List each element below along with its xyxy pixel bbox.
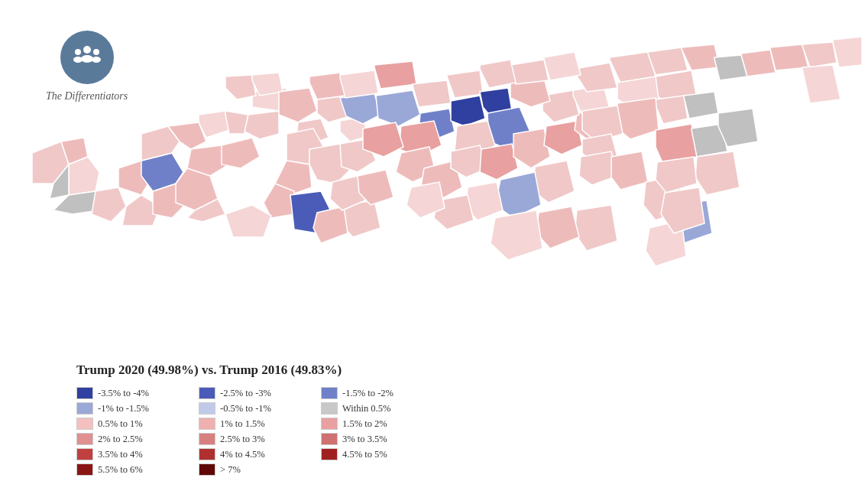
legend-swatch-2 (199, 387, 215, 399)
robeson-county (491, 210, 542, 260)
legend-item-10: 2% to 2.5% (76, 433, 199, 445)
warren-county (544, 52, 581, 80)
caswell-county (413, 80, 451, 107)
legend-item-7: 0.5% to 1% (76, 418, 199, 430)
legend-label-12: 3% to 3.5% (342, 434, 387, 445)
jones-county (656, 157, 697, 193)
legend-item-3: -1.5% to -2% (321, 387, 443, 399)
legend: Trump 2020 (49.98%) vs. Trump 2016 (49.8… (76, 363, 458, 476)
granville-county (480, 60, 516, 88)
legend-title: Trump 2020 (49.98%) vs. Trump 2016 (49.8… (76, 363, 458, 378)
bladen-county (536, 206, 579, 249)
johnston-county (513, 128, 550, 168)
legend-item-2: -2.5% to -3% (199, 387, 321, 399)
legend-label-16: 5.5% to 6% (98, 464, 143, 476)
dare-county (802, 65, 840, 103)
legend-label-8: 1% to 1.5% (220, 418, 265, 430)
wilkes-county (279, 88, 317, 122)
cleveland-county (225, 205, 271, 237)
legend-label-2: -2.5% to -3% (220, 388, 271, 399)
ashe-county (225, 75, 256, 99)
legend-swatch-3 (321, 387, 338, 399)
caldwell-county (245, 111, 279, 139)
legend-label-10: 2% to 2.5% (98, 434, 143, 445)
burke-county (222, 138, 260, 168)
legend-label-5: -0.5% to -1% (220, 403, 271, 415)
perquimans-county (741, 50, 776, 76)
legend-grid: -3.5% to -4% -2.5% to -3% -1.5% to -2% -… (76, 387, 458, 476)
main-container: The Differentiators (0, 0, 868, 491)
legend-label-4: -1% to -1.5% (98, 403, 149, 415)
harnett-county (480, 144, 518, 180)
legend-swatch-12 (321, 433, 338, 445)
legend-item-8: 1% to 1.5% (199, 418, 321, 430)
legend-item-11: 2.5% to 3% (199, 433, 321, 445)
legend-item-1: -3.5% to -4% (76, 387, 199, 399)
legend-swatch-10 (76, 433, 93, 445)
guilford-county (376, 90, 420, 126)
legend-label-11: 2.5% to 3% (220, 434, 265, 445)
legend-swatch-4 (76, 402, 93, 415)
union-county (313, 206, 348, 243)
legend-swatch-6 (321, 402, 338, 415)
legend-swatch-1 (76, 387, 93, 399)
legend-swatch-15 (321, 448, 338, 460)
map-container (0, 15, 868, 298)
nc-map (0, 15, 868, 306)
washington-county (656, 96, 688, 124)
legend-item-5: -0.5% to -1% (199, 402, 321, 415)
rockingham-county (374, 61, 416, 89)
legend-item-12: 3% to 3.5% (321, 433, 443, 445)
hertford-county (648, 47, 688, 75)
legend-item-17: > 7% (199, 463, 321, 476)
legend-swatch-8 (199, 418, 215, 430)
carteret-county (695, 151, 740, 195)
legend-label-1: -3.5% to -4% (98, 388, 149, 399)
legend-item-9: 1.5% to 2% (321, 418, 443, 430)
legend-label-3: -1.5% to -2% (342, 388, 394, 399)
halifax-county (575, 63, 617, 92)
vance-county (510, 60, 549, 84)
legend-swatch-14 (199, 448, 215, 460)
legend-label-17: > 7% (220, 464, 241, 476)
legend-item-13: 3.5% to 4% (76, 448, 199, 460)
legend-swatch-11 (199, 433, 215, 445)
legend-swatch-9 (321, 418, 338, 430)
legend-item-16: 5.5% to 6% (76, 463, 199, 476)
legend-label-6: Within 0.5% (342, 403, 390, 415)
legend-label-13: 3.5% to 4% (98, 449, 143, 460)
legend-item-15: 4.5% to 5% (321, 448, 443, 460)
legend-label-14: 4% to 4.5% (220, 449, 265, 460)
davidson-county (363, 122, 403, 157)
person-county (447, 70, 483, 98)
legend-swatch-13 (76, 448, 93, 460)
legend-swatch-7 (76, 418, 93, 430)
legend-item-6: Within 0.5% (321, 402, 443, 415)
tyrrell-county (684, 92, 718, 119)
columbus-county (575, 205, 617, 251)
duplin-county (611, 151, 648, 190)
legend-item-4: -1% to -1.5% (76, 402, 199, 415)
legend-swatch-5 (199, 402, 215, 415)
stokes-county (340, 70, 378, 98)
legend-label-15: 4.5% to 5% (342, 449, 387, 460)
legend-label-7: 0.5% to 1% (98, 418, 143, 430)
legend-label-9: 1.5% to 2% (342, 418, 387, 430)
macon-county (69, 157, 99, 195)
jackson-county (92, 187, 126, 222)
legend-swatch-16 (76, 463, 93, 476)
legend-item-14: 4% to 4.5% (199, 448, 321, 460)
beaufort-county (617, 98, 659, 139)
legend-swatch-17 (199, 463, 215, 476)
